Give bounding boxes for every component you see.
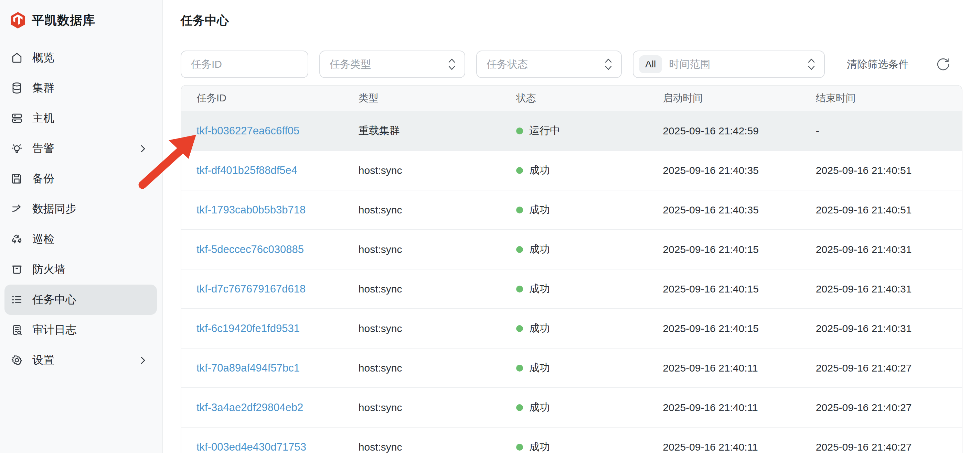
sidebar-item-巡检[interactable]: 巡检: [5, 224, 157, 254]
start-time: 2025-09-16 21:40:15: [663, 323, 759, 334]
end-time: 2025-09-16 21:40:51: [816, 165, 912, 176]
backup-icon: [10, 172, 24, 185]
end-time: 2025-09-16 21:40:31: [816, 323, 912, 334]
task-id-link[interactable]: tkf-5deccec76c030885: [196, 243, 304, 255]
sidebar-item-设置[interactable]: 设置: [5, 345, 157, 375]
task-status-placeholder: 任务状态: [487, 57, 528, 71]
sidebar-item-label: 任务中心: [32, 292, 76, 307]
end-time: 2025-09-16 21:40:27: [816, 441, 912, 453]
table-row: tkf-df401b25f88df5e4 host:sync 成功 2025-0…: [181, 150, 962, 190]
task-id-link[interactable]: tkf-003ed4e430d71753: [196, 441, 306, 453]
refresh-icon[interactable]: [935, 57, 951, 72]
sidebar-item-label: 备份: [32, 171, 54, 186]
status-dot-icon: [516, 404, 523, 411]
col-start: 启动时间: [663, 86, 816, 111]
time-range-all-badge: All: [639, 55, 662, 73]
table-row: tkf-70a89af494f57bc1 host:sync 成功 2025-0…: [181, 348, 962, 388]
task-type: host:sync: [358, 204, 402, 215]
sidebar: 平凯数据库 概览 集群 主机 告警 备份 数据同步 巡检 防火墙 任务中心: [0, 0, 163, 453]
status-text: 成功: [529, 361, 550, 375]
sidebar-item-主机[interactable]: 主机: [5, 103, 157, 133]
sidebar-item-审计日志[interactable]: 审计日志: [5, 315, 157, 345]
start-time: 2025-09-16 21:40:11: [663, 402, 758, 413]
firewall-icon: [10, 263, 24, 276]
sidebar-item-备份[interactable]: 备份: [5, 163, 157, 194]
status-dot-icon: [516, 246, 523, 253]
status-text: 成功: [529, 440, 550, 453]
task-type: host:sync: [358, 165, 402, 176]
filter-bar: 任务类型 任务状态 All 时间范围 清除筛选条件: [181, 51, 963, 78]
task-type: host:sync: [358, 283, 402, 295]
start-time: 2025-09-16 21:40:15: [663, 244, 759, 255]
sidebar-item-label: 集群: [32, 81, 54, 95]
table-row: tkf-3a4ae2df29804eb2 host:sync 成功 2025-0…: [181, 388, 962, 427]
status-text: 成功: [529, 242, 550, 257]
sidebar-item-label: 设置: [32, 353, 54, 368]
clear-filters-button[interactable]: 清除筛选条件: [847, 57, 909, 71]
sidebar-item-任务中心[interactable]: 任务中心: [5, 285, 157, 315]
chevron-right-icon: [138, 355, 148, 365]
settings-icon: [10, 354, 24, 367]
task-id-link[interactable]: tkf-df401b25f88df5e4: [196, 164, 297, 176]
page-title: 任务中心: [181, 13, 963, 29]
task-id-link[interactable]: tkf-d7c767679167d618: [196, 283, 305, 295]
task-id-filter[interactable]: [181, 51, 308, 78]
sidebar-item-label: 巡检: [32, 232, 54, 247]
task-type: host:sync: [358, 362, 402, 374]
start-time: 2025-09-16 21:40:11: [663, 441, 758, 453]
end-time: 2025-09-16 21:40:31: [816, 244, 912, 255]
task-id-link[interactable]: tkf-b036227ea6c6ff05: [196, 125, 299, 137]
status-dot-icon: [516, 286, 523, 293]
sidebar-item-防火墙[interactable]: 防火墙: [5, 254, 157, 285]
sidebar-menu: 概览 集群 主机 告警 备份 数据同步 巡检 防火墙 任务中心 审计日志: [0, 43, 162, 375]
table-row: tkf-1793cab0b5b3b718 host:sync 成功 2025-0…: [181, 190, 962, 230]
start-time: 2025-09-16 21:40:35: [663, 204, 759, 215]
end-time: 2025-09-16 21:40:51: [816, 204, 912, 215]
task-id-link[interactable]: tkf-3a4ae2df29804eb2: [196, 401, 303, 413]
task-type: host:sync: [358, 402, 402, 413]
sidebar-item-数据同步[interactable]: 数据同步: [5, 194, 157, 224]
sidebar-item-label: 概览: [32, 50, 54, 65]
status-dot-icon: [516, 444, 523, 451]
select-updown-icon: [447, 56, 456, 72]
table-row: tkf-6c19420fe1fd9531 host:sync 成功 2025-0…: [181, 309, 962, 348]
select-updown-icon: [807, 56, 816, 72]
status-text: 成功: [529, 322, 550, 336]
task-id-input[interactable]: [191, 59, 299, 70]
status-dot-icon: [516, 128, 523, 135]
brand-name: 平凯数据库: [32, 12, 95, 29]
sidebar-item-告警[interactable]: 告警: [5, 133, 157, 163]
status-text: 成功: [529, 203, 550, 217]
status-text: 成功: [529, 163, 550, 177]
sidebar-item-label: 数据同步: [32, 201, 76, 217]
status-text: 成功: [529, 401, 550, 415]
end-time: 2025-09-16 21:40:31: [816, 283, 912, 295]
start-time: 2025-09-16 21:42:59: [663, 125, 759, 136]
col-task-id: 任务ID: [181, 86, 358, 111]
sidebar-item-概览[interactable]: 概览: [5, 43, 157, 73]
task-type: host:sync: [358, 244, 402, 255]
table-body: tkf-b036227ea6c6ff05 重载集群 运行中 2025-09-16…: [181, 111, 962, 453]
start-time: 2025-09-16 21:40:35: [663, 165, 759, 176]
col-status: 状态: [516, 86, 663, 111]
status-dot-icon: [516, 325, 523, 332]
task-id-link[interactable]: tkf-6c19420fe1fd9531: [196, 322, 300, 334]
task-status-select[interactable]: 任务状态: [476, 51, 622, 78]
start-time: 2025-09-16 21:40:15: [663, 283, 759, 295]
time-range-select[interactable]: All 时间范围: [633, 51, 825, 78]
task-list-icon: [10, 293, 24, 306]
end-time: 2025-09-16 21:40:27: [816, 402, 912, 413]
status-text: 成功: [529, 282, 550, 296]
chevron-right-icon: [138, 143, 148, 154]
brand: 平凯数据库: [0, 0, 162, 29]
sidebar-item-label: 告警: [32, 141, 54, 156]
database-icon: [10, 81, 24, 95]
task-id-link[interactable]: tkf-70a89af494f57bc1: [196, 362, 300, 374]
task-id-link[interactable]: tkf-1793cab0b5b3b718: [196, 204, 305, 216]
inspection-icon: [10, 233, 24, 246]
table-header: 任务ID 类型 状态 启动时间 结束时间: [181, 86, 962, 111]
start-time: 2025-09-16 21:40:11: [663, 362, 758, 374]
logo-icon: [10, 12, 26, 29]
task-type-select[interactable]: 任务类型: [319, 51, 465, 78]
sidebar-item-集群[interactable]: 集群: [5, 73, 157, 103]
